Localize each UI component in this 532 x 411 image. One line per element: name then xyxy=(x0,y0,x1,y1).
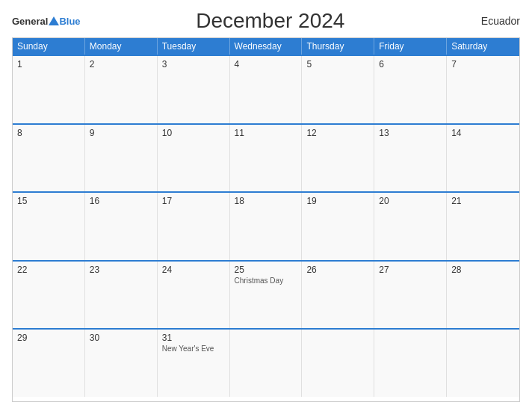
day-number: 1 xyxy=(17,59,80,69)
day-number: 24 xyxy=(162,265,225,275)
day-number: 23 xyxy=(90,265,152,275)
day-cell: 12 xyxy=(302,125,374,192)
header-saturday: Saturday xyxy=(447,38,519,55)
day-number: 8 xyxy=(17,128,80,138)
day-cell xyxy=(447,330,519,397)
header-monday: Monday xyxy=(85,38,158,55)
day-number: 22 xyxy=(17,265,80,275)
day-number: 10 xyxy=(162,128,225,138)
day-cell: 23 xyxy=(85,262,158,329)
day-cell: 22 xyxy=(13,262,85,329)
day-number: 15 xyxy=(17,196,80,206)
weeks-container: 1234567891011121314151617181920212223242… xyxy=(13,55,519,397)
day-number: 18 xyxy=(235,196,297,206)
day-number: 17 xyxy=(162,196,225,206)
day-cell: 29 xyxy=(13,330,85,397)
day-number: 20 xyxy=(379,196,442,206)
country-label: Ecuador xyxy=(460,15,520,27)
day-cell: 1 xyxy=(13,56,85,123)
day-cell: 19 xyxy=(302,193,374,260)
holiday-label: New Year's Eve xyxy=(162,344,225,353)
day-number: 6 xyxy=(379,59,442,69)
day-cell xyxy=(302,330,374,397)
day-number: 19 xyxy=(306,196,369,206)
day-number: 27 xyxy=(379,265,442,275)
day-cell xyxy=(374,330,447,397)
day-headers: Sunday Monday Tuesday Wednesday Thursday… xyxy=(13,38,519,55)
day-number: 14 xyxy=(451,128,515,138)
day-cell: 14 xyxy=(447,125,519,192)
month-title: December 2024 xyxy=(81,9,460,33)
week-row-3: 15161718192021 xyxy=(13,191,519,260)
calendar: Sunday Monday Tuesday Wednesday Thursday… xyxy=(12,37,520,402)
day-number: 11 xyxy=(235,128,297,138)
day-number: 9 xyxy=(90,128,152,138)
header: General Blue December 2024 Ecuador xyxy=(12,9,520,33)
day-number: 13 xyxy=(379,128,442,138)
day-cell: 28 xyxy=(447,262,519,329)
day-cell: 26 xyxy=(302,262,374,329)
page: General Blue December 2024 Ecuador Sunda… xyxy=(0,0,532,411)
week-row-4: 22232425Christmas Day262728 xyxy=(13,260,519,329)
day-cell: 4 xyxy=(230,56,303,123)
logo: General Blue xyxy=(12,16,81,26)
week-row-2: 891011121314 xyxy=(13,123,519,192)
header-thursday: Thursday xyxy=(302,38,374,55)
day-cell: 16 xyxy=(85,193,158,260)
day-cell: 11 xyxy=(230,125,303,192)
day-number: 7 xyxy=(451,59,515,69)
day-cell: 31New Year's Eve xyxy=(158,330,230,397)
day-number: 30 xyxy=(90,333,152,343)
day-cell: 3 xyxy=(158,56,230,123)
day-cell: 17 xyxy=(158,193,230,260)
day-number: 5 xyxy=(306,59,369,69)
day-number: 31 xyxy=(162,333,225,343)
day-number: 21 xyxy=(451,196,515,206)
day-cell: 2 xyxy=(85,56,158,123)
day-cell: 8 xyxy=(13,125,85,192)
logo-general-text: General xyxy=(12,16,48,26)
day-cell: 10 xyxy=(158,125,230,192)
day-number: 26 xyxy=(306,265,369,275)
logo-triangle-icon xyxy=(49,16,59,25)
day-cell: 30 xyxy=(85,330,158,397)
day-number: 28 xyxy=(451,265,515,275)
holiday-label: Christmas Day xyxy=(235,276,297,285)
header-sunday: Sunday xyxy=(13,38,85,55)
day-number: 3 xyxy=(162,59,225,69)
day-number: 4 xyxy=(235,59,297,69)
day-cell: 5 xyxy=(302,56,374,123)
header-wednesday: Wednesday xyxy=(230,38,303,55)
day-cell: 6 xyxy=(374,56,447,123)
day-number: 29 xyxy=(17,333,80,343)
day-cell: 20 xyxy=(374,193,447,260)
week-row-5: 293031New Year's Eve xyxy=(13,328,519,397)
logo-blue-text: Blue xyxy=(59,16,80,26)
header-friday: Friday xyxy=(374,38,447,55)
week-row-1: 1234567 xyxy=(13,55,519,123)
day-cell: 21 xyxy=(447,193,519,260)
day-number: 2 xyxy=(90,59,152,69)
day-cell: 27 xyxy=(374,262,447,329)
day-number: 25 xyxy=(235,265,297,275)
day-number: 16 xyxy=(90,196,152,206)
header-tuesday: Tuesday xyxy=(158,38,230,55)
day-cell: 24 xyxy=(158,262,230,329)
day-cell: 9 xyxy=(85,125,158,192)
day-cell: 15 xyxy=(13,193,85,260)
day-number: 12 xyxy=(306,128,369,138)
day-cell: 18 xyxy=(230,193,303,260)
day-cell: 7 xyxy=(447,56,519,123)
day-cell: 25Christmas Day xyxy=(230,262,303,329)
day-cell: 13 xyxy=(374,125,447,192)
day-cell xyxy=(230,330,303,397)
